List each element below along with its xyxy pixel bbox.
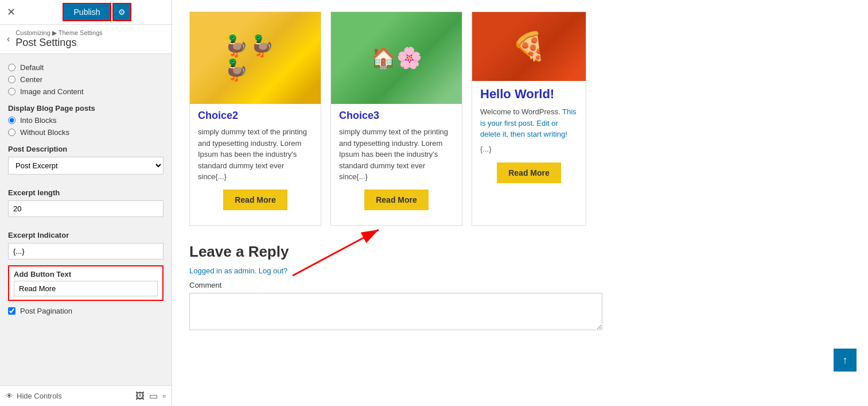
sidebar-content: Default Center Image and Content Display…: [0, 54, 172, 385]
eye-icon: 👁: [6, 392, 13, 400]
radio-default[interactable]: Default: [8, 63, 164, 72]
add-button-text-section: Add Button Text: [8, 265, 164, 301]
close-button[interactable]: ✕: [0, 0, 22, 24]
post-excerpt-choice2: simply dummy text of the printing and ty…: [198, 126, 313, 183]
leave-reply-title: Leave a Reply: [189, 243, 851, 261]
main-content: Choice2 simply dummy text of the printin…: [172, 0, 868, 406]
post-card-hello: Hello World! Welcome to WordPress. This …: [472, 11, 586, 226]
post-excerpt-hello-blue: This is your first post. Edit or delete …: [480, 107, 577, 138]
post-description-section: Post Description Post Excerpt Full Conte…: [8, 145, 164, 180]
logout-link[interactable]: Log out?: [259, 266, 288, 275]
mobile-icon[interactable]: ▫: [162, 390, 166, 401]
breadcrumb-area: Customizing ▶ Theme Settings Post Settin…: [15, 29, 102, 49]
logged-in-link[interactable]: Logged in as admin.: [189, 266, 256, 275]
excerpt-length-label: Excerpt length: [8, 188, 164, 197]
post-card-body: Choice2 simply dummy text of the printin…: [190, 104, 321, 216]
breadcrumb: Customizing ▶ Theme Settings: [15, 29, 102, 37]
post-pagination-item[interactable]: Post Pagination: [8, 307, 164, 315]
scroll-top-button[interactable]: ↑: [834, 349, 857, 372]
post-card-body-choice3: Choice3 simply dummy text of the printin…: [331, 104, 462, 216]
post-image-pizza: [472, 12, 586, 81]
comment-textarea[interactable]: [189, 293, 602, 330]
post-title-choice2: Choice2: [198, 110, 313, 122]
excerpt-indicator-input[interactable]: [8, 243, 164, 260]
page-title: Post Settings: [15, 37, 102, 49]
sidebar: ✕ Publish ⚙ ‹ Customizing ▶ Theme Settin…: [0, 0, 172, 406]
back-nav: ‹ Customizing ▶ Theme Settings Post Sett…: [0, 25, 172, 54]
gear-button[interactable]: ⚙: [112, 3, 131, 21]
radio-image-content[interactable]: Image and Content: [8, 87, 164, 96]
comment-label: Comment: [189, 281, 851, 289]
sidebar-footer: 👁 Hide Controls 🖼 ▭ ▫: [0, 385, 172, 406]
publish-area: Publish ⚙: [22, 1, 172, 24]
radio-without-blocks[interactable]: Without Blocks: [8, 128, 164, 137]
display-blog-label: Display Blog Page posts: [8, 104, 164, 113]
post-description-label: Post Description: [8, 145, 164, 153]
display-blog-section: Display Blog Page posts Into Blocks With…: [8, 104, 164, 137]
logged-in-text: Logged in as admin. Log out?: [189, 266, 851, 275]
posts-grid: Choice2 simply dummy text of the printin…: [189, 11, 851, 226]
device-icons: 🖼 ▭ ▫: [135, 390, 166, 401]
post-title-choice3: Choice3: [339, 110, 454, 122]
hello-indicator: {...}: [480, 145, 578, 153]
excerpt-indicator-section: Excerpt Indicator: [8, 231, 164, 265]
back-arrow-icon[interactable]: ‹: [7, 34, 10, 44]
leave-reply-section: Leave a Reply Logged in as admin. Log ou…: [189, 243, 851, 332]
post-excerpt-choice3: simply dummy text of the printing and ty…: [339, 126, 454, 183]
radio-into-blocks[interactable]: Into Blocks: [8, 116, 164, 125]
add-button-text-label: Add Button Text: [14, 270, 158, 279]
post-image-ducks: [190, 12, 321, 104]
post-excerpt-hello: Welcome to WordPress. This is your first…: [480, 106, 578, 140]
excerpt-length-input[interactable]: [8, 200, 164, 217]
post-description-select[interactable]: Post Excerpt Full Content: [8, 157, 164, 175]
read-more-button-hello[interactable]: Read More: [497, 163, 561, 183]
post-card-choice2: Choice2 simply dummy text of the printin…: [189, 11, 321, 226]
sidebar-header: ✕ Publish ⚙: [0, 0, 172, 25]
add-button-text-input[interactable]: [14, 281, 158, 296]
layout-radio-group: Default Center Image and Content: [8, 63, 164, 96]
post-image-lego: [331, 12, 462, 104]
post-card-body-hello: Hello World! Welcome to WordPress. This …: [472, 81, 586, 189]
read-more-button-choice2[interactable]: Read More: [223, 190, 287, 210]
excerpt-indicator-label: Excerpt Indicator: [8, 231, 164, 239]
excerpt-length-section: Excerpt length: [8, 188, 164, 223]
read-more-button-choice3[interactable]: Read More: [364, 190, 429, 210]
radio-center[interactable]: Center: [8, 75, 164, 84]
without-blocks-label: Without Blocks: [20, 128, 69, 137]
desktop-icon[interactable]: 🖼: [135, 390, 145, 401]
hide-controls-label: Hide Controls: [17, 392, 62, 400]
post-title-hello: Hello World!: [480, 87, 578, 102]
hide-controls-button[interactable]: 👁 Hide Controls: [6, 392, 62, 400]
post-pagination-label: Post Pagination: [20, 307, 72, 315]
post-pagination-checkbox[interactable]: [8, 307, 15, 315]
publish-button[interactable]: Publish: [63, 3, 112, 21]
radio-image-content-label: Image and Content: [20, 87, 84, 96]
radio-default-label: Default: [20, 63, 44, 72]
post-card-choice3: Choice3 simply dummy text of the printin…: [330, 11, 462, 226]
into-blocks-label: Into Blocks: [20, 116, 57, 125]
radio-center-label: Center: [20, 75, 42, 84]
tablet-icon[interactable]: ▭: [149, 390, 158, 401]
